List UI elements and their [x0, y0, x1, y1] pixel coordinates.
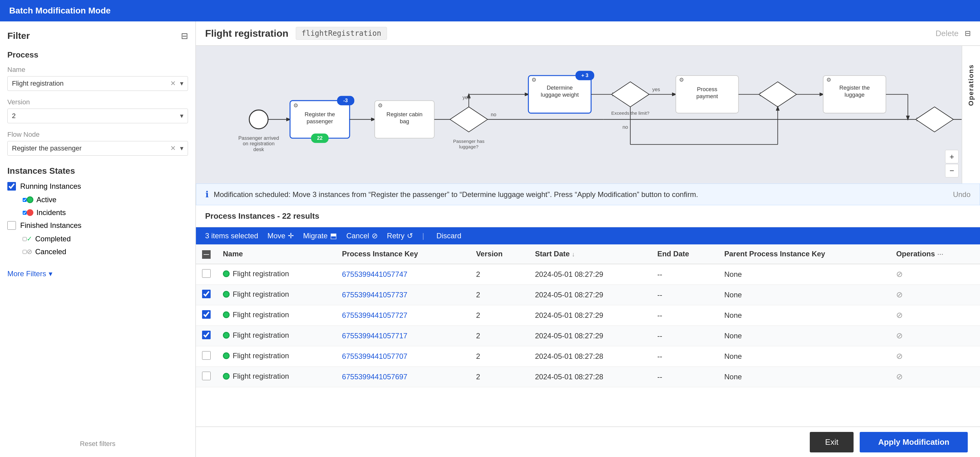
row-parent-key: None [718, 264, 890, 285]
name-select[interactable]: Flight registration ✕ ▾ [7, 76, 188, 91]
bottom-bar: Exit Apply Modification [196, 427, 980, 457]
cancel-icon[interactable]: ⊘ [896, 372, 903, 381]
row-checkbox-cell[interactable] [196, 346, 217, 367]
bpmn-diagram: Passenger arrived on registration desk ⚙… [196, 46, 980, 184]
discard-button[interactable]: Discard [436, 232, 461, 240]
row-operations[interactable]: ⊘ [890, 346, 980, 367]
row-key-link[interactable]: 6755399441057707 [342, 352, 407, 360]
row-checkbox[interactable] [202, 351, 211, 360]
row-checkbox-cell[interactable] [196, 284, 217, 305]
row-key[interactable]: 6755399441057697 [336, 367, 470, 387]
name-clear-icon[interactable]: ✕ [170, 79, 176, 87]
canceled-checkbox[interactable] [23, 250, 27, 254]
row-key-link[interactable]: 6755399441057697 [342, 373, 407, 381]
row-key[interactable]: 6755399441057747 [336, 264, 470, 285]
row-checkbox-cell[interactable] [196, 264, 217, 285]
cancel-icon[interactable]: ⊘ [896, 351, 903, 361]
row-parent-key: None [718, 284, 890, 305]
svg-text:+ 3: + 3 [581, 73, 589, 78]
operations-tab[interactable]: Operations [962, 46, 980, 184]
finished-instances-checkbox[interactable] [7, 221, 16, 230]
row-checkbox[interactable] [202, 372, 211, 380]
start-date-column-header[interactable]: Start Date ↓ [529, 244, 651, 264]
more-filters-label: More Filters [7, 270, 46, 278]
row-status-dot [223, 291, 230, 298]
move-button[interactable]: Move ✛ [267, 232, 294, 240]
row-end-date: -- [651, 264, 718, 285]
delete-button[interactable]: Delete [935, 29, 959, 38]
row-key-link[interactable]: 6755399441057717 [342, 332, 407, 340]
svg-text:-3: -3 [343, 98, 348, 103]
row-checkbox[interactable] [202, 269, 211, 278]
svg-text:Determine: Determine [547, 84, 573, 91]
cancel-action-button[interactable]: Cancel ⊘ [346, 232, 378, 240]
name-value: Flight registration [12, 79, 64, 87]
row-checkbox[interactable] [202, 290, 211, 298]
flow-node-select[interactable]: Register the passenger ✕ ▾ [7, 141, 188, 156]
retry-button[interactable]: Retry ↺ [387, 232, 413, 240]
migrate-button[interactable]: Migrate ⬒ [303, 232, 337, 240]
cancel-icon[interactable]: ⊘ [896, 311, 903, 320]
more-filters-button[interactable]: More Filters ▾ [7, 270, 188, 278]
cancel-icon[interactable]: ⊘ [896, 290, 903, 299]
diagram-area[interactable]: Passenger arrived on registration desk ⚙… [196, 46, 980, 184]
ops-sidebar-button[interactable]: ⊟ [965, 29, 971, 38]
row-checkbox[interactable] [202, 310, 211, 319]
cancel-icon[interactable]: ⊘ [896, 270, 903, 279]
row-operations[interactable]: ⊘ [890, 367, 980, 387]
finished-instances-row: Finished Instances [7, 221, 188, 230]
exit-button[interactable]: Exit [810, 432, 854, 452]
reset-filters-button[interactable]: Reset filters [7, 431, 188, 448]
migrate-label: Migrate [303, 232, 328, 240]
row-checkbox-cell[interactable] [196, 305, 217, 325]
version-column-header: Version [470, 244, 529, 264]
canceled-icon: ⊘ [27, 248, 32, 256]
row-operations[interactable]: ⊘ [890, 305, 980, 325]
row-key[interactable]: 6755399441057727 [336, 305, 470, 325]
row-version: 2 [470, 284, 529, 305]
retry-label: Retry [387, 232, 404, 240]
completed-checkbox[interactable] [23, 237, 27, 241]
running-instances-checkbox[interactable] [7, 182, 16, 190]
filter-icon[interactable]: ⊟ [181, 31, 188, 41]
row-key-link[interactable]: 6755399441057727 [342, 311, 407, 319]
instances-states-title: Instances States [7, 166, 188, 176]
row-checkbox-cell[interactable] [196, 367, 217, 387]
row-checkbox[interactable] [202, 331, 211, 339]
svg-text:Register the: Register the [840, 84, 870, 91]
name-arrow-icon[interactable]: ▾ [180, 79, 183, 87]
row-key-link[interactable]: 6755399441057747 [342, 270, 407, 278]
cancel-icon[interactable]: ⊘ [896, 331, 903, 340]
row-operations[interactable]: ⊘ [890, 284, 980, 305]
flow-node-arrow-icon[interactable]: ▾ [180, 144, 183, 152]
content-main: Passenger arrived on registration desk ⚙… [196, 46, 980, 457]
row-version: 2 [470, 346, 529, 367]
row-key[interactable]: 6755399441057737 [336, 284, 470, 305]
row-key[interactable]: 6755399441057717 [336, 325, 470, 346]
row-operations[interactable]: ⊘ [890, 325, 980, 346]
row-name: Flight registration [217, 264, 336, 285]
sidebar: Filter ⊟ Process Name Flight registratio… [0, 21, 196, 457]
incidents-checkbox[interactable] [23, 211, 27, 215]
row-operations[interactable]: ⊘ [890, 264, 980, 285]
row-parent-key: None [718, 305, 890, 325]
apply-modification-button[interactable]: Apply Modification [860, 432, 968, 452]
version-arrow-icon[interactable]: ▾ [180, 112, 183, 120]
select-all-header[interactable] [196, 244, 217, 264]
parent-key-column-header: Parent Process Instance Key [718, 244, 890, 264]
zoom-out-button[interactable]: − [945, 164, 959, 178]
active-checkbox[interactable] [23, 198, 27, 202]
completed-icon: ✓ [27, 235, 32, 243]
svg-text:Passenger arrived: Passenger arrived [238, 135, 279, 141]
zoom-in-button[interactable]: + [945, 150, 959, 163]
row-key[interactable]: 6755399441057707 [336, 346, 470, 367]
row-checkbox-cell[interactable] [196, 325, 217, 346]
select-all-checkbox[interactable] [202, 250, 211, 259]
version-select[interactable]: 2 ▾ [7, 109, 188, 123]
flow-node-clear-icon[interactable]: ✕ [170, 144, 176, 152]
info-icon: ℹ [205, 189, 209, 200]
incidents-row: Incidents [23, 208, 188, 217]
undo-button[interactable]: Undo [953, 190, 970, 199]
row-key-link[interactable]: 6755399441057737 [342, 290, 407, 299]
row-end-date: -- [651, 367, 718, 387]
